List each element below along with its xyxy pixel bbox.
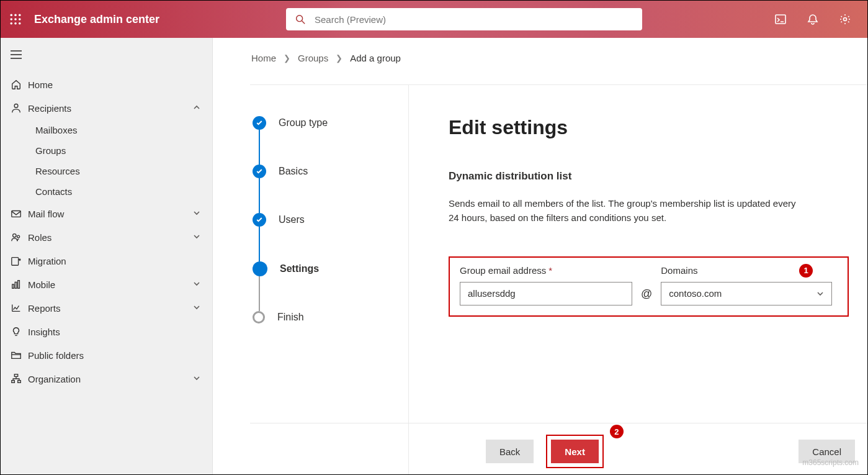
breadcrumb-groups[interactable]: Groups bbox=[298, 53, 328, 63]
sidebar-item-organization[interactable]: Organization bbox=[1, 367, 212, 391]
svg-rect-17 bbox=[12, 211, 20, 217]
sidebar-sub-resources[interactable]: Resources bbox=[1, 161, 212, 181]
svg-rect-24 bbox=[14, 374, 17, 377]
check-icon bbox=[256, 119, 263, 127]
sidebar-item-label: Home bbox=[28, 79, 201, 90]
svg-rect-11 bbox=[776, 15, 785, 24]
bell-icon[interactable] bbox=[807, 13, 819, 25]
domain-select[interactable]: contoso.com bbox=[661, 282, 832, 305]
domain-value: contoso.com bbox=[669, 288, 722, 299]
header-actions bbox=[774, 13, 867, 25]
person-icon bbox=[11, 102, 22, 114]
svg-rect-26 bbox=[18, 381, 21, 383]
org-icon bbox=[11, 373, 22, 384]
wizard-step-grouptype[interactable]: Group type bbox=[253, 116, 408, 165]
chevron-right-icon: ❯ bbox=[284, 53, 290, 63]
gear-icon[interactable] bbox=[839, 13, 851, 25]
reports-icon bbox=[11, 302, 22, 314]
at-symbol: @ bbox=[638, 287, 655, 305]
migration-icon bbox=[11, 255, 22, 266]
sidebar-item-home[interactable]: Home bbox=[1, 73, 212, 96]
chevron-right-icon: ❯ bbox=[336, 53, 342, 63]
sidebar-item-roles[interactable]: Roles bbox=[1, 225, 212, 249]
sidebar-item-label: Organization bbox=[28, 374, 192, 384]
wizard-footer: Back 2 Next Cancel bbox=[250, 423, 867, 468]
wizard-step-label: Finish bbox=[277, 312, 304, 323]
breadcrumb: Home ❯ Groups ❯ Add a group bbox=[213, 38, 867, 78]
wizard-step-basics[interactable]: Basics bbox=[253, 165, 408, 213]
form-pane: Edit settings Dynamic distribution list … bbox=[409, 85, 867, 474]
svg-point-0 bbox=[10, 14, 12, 16]
chevron-down-icon bbox=[192, 279, 201, 288]
check-icon bbox=[256, 168, 263, 175]
wizard-step-label: Users bbox=[279, 214, 305, 225]
page-title: Edit settings bbox=[449, 116, 849, 139]
sidebar-sub-groups[interactable]: Groups bbox=[1, 140, 212, 161]
wizard-step-label: Group type bbox=[279, 117, 328, 129]
sidebar-item-label: Roles bbox=[28, 232, 192, 243]
page-subtitle: Dynamic distribution list bbox=[449, 170, 849, 183]
sidebar-item-label: Migration bbox=[28, 256, 201, 266]
console-icon[interactable] bbox=[774, 13, 787, 25]
chevron-down-icon bbox=[192, 374, 201, 382]
app-header: Exchange admin center bbox=[1, 1, 867, 38]
svg-line-10 bbox=[302, 21, 305, 24]
svg-rect-21 bbox=[12, 284, 14, 288]
chevron-down-icon bbox=[817, 290, 824, 297]
svg-point-12 bbox=[844, 18, 847, 21]
annotation-badge-2: 2 bbox=[610, 425, 624, 438]
chevron-down-icon bbox=[192, 209, 201, 217]
sidebar-item-migration[interactable]: Migration bbox=[1, 249, 212, 273]
chevron-down-icon bbox=[192, 232, 201, 241]
next-button[interactable]: Next bbox=[551, 440, 599, 463]
back-button[interactable]: Back bbox=[486, 440, 534, 463]
annotation-box-2: 2 Next bbox=[546, 435, 604, 468]
mail-icon bbox=[11, 208, 22, 219]
search-icon bbox=[295, 14, 306, 25]
sidebar-item-insights[interactable]: Insights bbox=[1, 320, 212, 343]
sidebar-item-recipients[interactable]: Recipients bbox=[1, 96, 212, 120]
svg-point-19 bbox=[17, 235, 20, 238]
wizard-step-label: Settings bbox=[280, 263, 319, 274]
wizard-step-label: Basics bbox=[279, 166, 308, 177]
sidebar-item-mobile[interactable]: Mobile bbox=[1, 273, 212, 296]
app-launcher-button[interactable] bbox=[1, 14, 30, 25]
sidebar-item-mailflow[interactable]: Mail flow bbox=[1, 202, 212, 225]
svg-point-6 bbox=[10, 22, 12, 25]
app-title: Exchange admin center bbox=[34, 13, 159, 26]
mobile-icon bbox=[11, 279, 22, 290]
sidebar-item-label: Insights bbox=[28, 327, 201, 337]
svg-rect-25 bbox=[12, 381, 15, 383]
svg-point-1 bbox=[14, 14, 17, 16]
email-label: Group email address* bbox=[460, 265, 632, 276]
group-email-input[interactable] bbox=[460, 282, 632, 305]
svg-point-18 bbox=[13, 234, 16, 237]
nav-toggle-button[interactable] bbox=[1, 45, 212, 73]
svg-point-5 bbox=[19, 18, 21, 20]
check-icon bbox=[256, 216, 263, 224]
sidebar-item-reports[interactable]: Reports bbox=[1, 296, 212, 320]
breadcrumb-home[interactable]: Home bbox=[251, 53, 276, 63]
svg-rect-23 bbox=[18, 281, 20, 289]
sidebar-item-label: Mobile bbox=[28, 279, 192, 290]
wizard-step-users[interactable]: Users bbox=[253, 213, 408, 261]
folders-icon bbox=[11, 350, 22, 361]
hamburger-icon bbox=[11, 50, 22, 59]
wizard-step-finish[interactable]: Finish bbox=[253, 311, 408, 323]
sidebar-item-publicfolders[interactable]: Public folders bbox=[1, 343, 212, 367]
search-input[interactable] bbox=[315, 14, 633, 25]
svg-point-2 bbox=[19, 14, 21, 16]
annotation-badge-1: 1 bbox=[799, 264, 813, 278]
sidebar-item-label: Recipients bbox=[28, 103, 192, 114]
search-box[interactable] bbox=[286, 8, 642, 30]
chevron-up-icon bbox=[192, 103, 201, 112]
sidebar-sub-contacts[interactable]: Contacts bbox=[1, 181, 212, 202]
svg-rect-20 bbox=[12, 258, 19, 266]
sidebar-item-label: Mail flow bbox=[28, 209, 192, 219]
waffle-icon bbox=[10, 14, 21, 25]
breadcrumb-current: Add a group bbox=[350, 53, 401, 63]
wizard-step-settings[interactable]: Settings bbox=[253, 261, 408, 311]
sidebar-sub-mailboxes[interactable]: Mailboxes bbox=[1, 120, 212, 140]
svg-point-4 bbox=[14, 18, 17, 20]
annotation-box-1: 1 Group email address* @ Domains contoso… bbox=[449, 256, 849, 317]
